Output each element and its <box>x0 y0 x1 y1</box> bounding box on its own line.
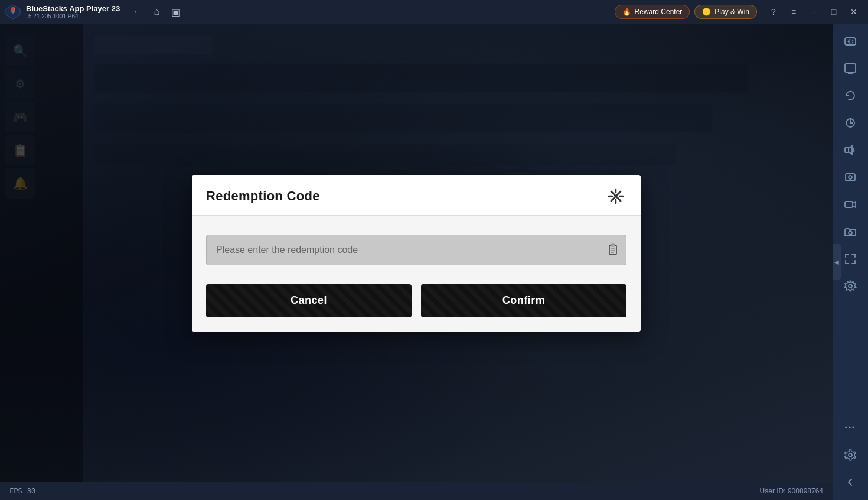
sidebar-icon-refresh <box>844 89 857 102</box>
play-win-button[interactable]: 🟡 Play & Win <box>694 5 757 19</box>
svg-rect-28 <box>846 174 855 181</box>
fps-value: 30 <box>27 487 35 495</box>
sidebar-collapse-button[interactable] <box>837 469 863 495</box>
sidebar-expand-button[interactable]: ◀ <box>833 244 841 280</box>
sidebar-icon-screenshot <box>844 171 857 184</box>
sidebar-icon-record <box>844 198 857 211</box>
modal-overlay: Redemption Code <box>0 24 833 482</box>
play-win-label: Play & Win <box>714 8 749 16</box>
window-controls: ? ≡ ─ □ ✕ <box>764 4 863 20</box>
svg-rect-26 <box>845 148 849 152</box>
tab-button[interactable]: ▣ <box>167 4 184 20</box>
svg-marker-27 <box>849 146 852 154</box>
code-input-wrapper <box>206 235 626 265</box>
gear-icon <box>844 449 857 462</box>
confirm-button[interactable]: Confirm <box>421 284 626 317</box>
sidebar-icon-7[interactable] <box>837 191 863 217</box>
sidebar-icon-game <box>844 35 857 48</box>
svg-rect-31 <box>845 202 853 207</box>
cancel-button[interactable]: Cancel <box>206 284 412 317</box>
sidebar-icon-9[interactable] <box>837 246 863 272</box>
svg-point-34 <box>849 453 852 457</box>
sidebar-icon-6[interactable] <box>837 164 863 190</box>
app-name: BlueStacks App Player 23 <box>26 4 120 13</box>
redemption-dialog: Redemption Code <box>192 175 641 332</box>
sidebar-gear-button[interactable] <box>837 442 863 468</box>
sidebar-icon-8[interactable] <box>837 219 863 245</box>
right-sidebar: ◀ <box>833 24 868 500</box>
menu-button[interactable]: ≡ <box>784 4 803 20</box>
app-version: 5.21.205.1001 P64 <box>28 13 120 20</box>
sidebar-more-button[interactable]: ••• <box>837 415 863 441</box>
sidebar-icon-4[interactable] <box>837 110 863 136</box>
sidebar-icon-2[interactable] <box>837 56 863 82</box>
bottombar: FPS 30 User ID: 900898764 <box>0 482 833 500</box>
home-button[interactable]: ⌂ <box>148 4 165 20</box>
sidebar-icon-fullscreen <box>844 252 857 265</box>
sidebar-icon-10[interactable] <box>837 273 863 299</box>
main-area: 🔍 ⚙ 🎮 📋 🔔 Redemption Code <box>0 24 833 482</box>
app-logo <box>5 4 21 20</box>
user-id-label: User ID: 900898764 <box>760 487 823 495</box>
svg-point-20 <box>852 40 853 41</box>
sidebar-icon-settings <box>844 280 857 293</box>
minimize-button[interactable]: ─ <box>804 4 823 20</box>
paste-button[interactable] <box>606 243 619 257</box>
reward-center-label: Reward Center <box>635 8 683 16</box>
dialog-footer: Cancel Confirm <box>206 284 626 317</box>
sidebar-icon-1[interactable] <box>837 28 863 54</box>
sidebar-icon-3[interactable] <box>837 83 863 109</box>
chevron-left-icon <box>846 478 855 487</box>
svg-point-33 <box>849 284 852 288</box>
redemption-code-input[interactable] <box>206 235 626 265</box>
svg-rect-12 <box>611 244 615 246</box>
svg-point-29 <box>849 176 852 179</box>
fps-label: FPS <box>9 487 22 495</box>
dialog-body: Cancel Confirm <box>192 216 641 332</box>
sidebar-icon-screen <box>844 62 857 75</box>
svg-point-21 <box>852 42 853 43</box>
sidebar-icon-camera <box>844 225 857 238</box>
svg-rect-22 <box>845 64 856 72</box>
close-button[interactable]: ✕ <box>844 4 863 20</box>
dialog-close-button[interactable] <box>605 186 626 207</box>
back-button[interactable]: ← <box>129 4 146 20</box>
coin-icon: 🟡 <box>702 8 711 16</box>
svg-point-32 <box>849 231 852 235</box>
close-x-icon <box>608 188 624 204</box>
more-dots-icon: ••• <box>845 424 856 432</box>
reward-center-button[interactable]: 🔥 Reward Center <box>615 5 690 19</box>
sidebar-icon-5[interactable] <box>837 137 863 163</box>
dialog-header: Redemption Code <box>192 175 641 216</box>
sidebar-icon-rotate <box>844 116 857 129</box>
help-button[interactable]: ? <box>764 4 783 20</box>
fire-icon: 🔥 <box>622 8 631 16</box>
titlebar: BlueStacks App Player 23 5.21.205.1001 P… <box>0 0 868 24</box>
titlebar-center: 🔥 Reward Center 🟡 Play & Win <box>184 5 764 19</box>
paste-icon <box>606 243 619 257</box>
nav-controls: ← ⌂ ▣ <box>129 4 184 20</box>
sidebar-icon-volume <box>844 144 857 157</box>
maximize-button[interactable]: □ <box>824 4 843 20</box>
dialog-title: Redemption Code <box>206 189 320 204</box>
fps-display: FPS 30 <box>9 487 35 495</box>
